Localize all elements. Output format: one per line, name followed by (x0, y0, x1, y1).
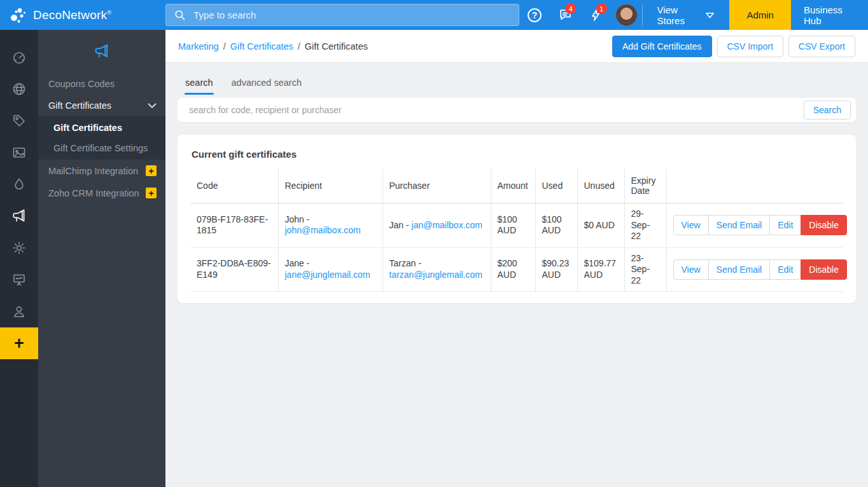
cell-purchaser: Jan - jan@mailbox.com (382, 203, 491, 248)
sidebar-item-marketing[interactable] (0, 200, 38, 232)
view-stores-label: View Stores (657, 4, 700, 26)
breadcrumb: Marketing / Gift Certificates / Gift Cer… (178, 41, 368, 51)
search-button[interactable]: Search (804, 100, 851, 120)
help-button[interactable]: ? (519, 0, 550, 30)
tabs: search advanced search (178, 72, 856, 95)
view-button[interactable]: View (673, 215, 709, 235)
plus-badge: + (146, 188, 157, 198)
cell-used: $100 AUD (535, 203, 577, 248)
view-button[interactable]: View (673, 259, 709, 280)
tab-search[interactable]: search (185, 72, 214, 95)
col-recipient: Recipient (278, 168, 382, 203)
cell-unused: $109.77 AUD (577, 247, 624, 292)
brand[interactable]: DecoNetwork® (0, 0, 165, 30)
user-avatar (616, 4, 637, 25)
top-bar: DecoNetwork® ? 4 1 (0, 0, 868, 30)
topbar-right: ? 4 1 View Stores (519, 0, 868, 30)
breadcrumb-bar: Marketing / Gift Certificates / Gift Cer… (165, 30, 868, 63)
sidebar-item-websites[interactable] (0, 73, 38, 105)
add-button[interactable]: + (0, 327, 38, 359)
edit-button[interactable]: Edit (769, 215, 801, 235)
sidebar-item-settings[interactable] (0, 232, 38, 264)
main-area: Marketing / Gift Certificates / Gift Cer… (165, 30, 868, 487)
global-search[interactable] (165, 4, 519, 26)
sidebar-item-reports[interactable] (0, 264, 38, 296)
recipient-email-link[interactable]: john@mailbox.com (285, 225, 361, 235)
cell-amount: $200 AUD (491, 247, 535, 292)
section-megaphone-icon (38, 35, 165, 73)
card-title: Current gift certificates (190, 149, 843, 160)
send-email-button[interactable]: Send Email (708, 259, 771, 280)
gift-certificates-table: Code Recipient Purchaser Amount Used Unu… (190, 168, 843, 292)
col-actions (666, 168, 843, 203)
global-search-input[interactable] (192, 9, 511, 21)
cell-expiry: 29-Sep-22 (624, 203, 666, 248)
gift-certificates-card: Current gift certificates Code Recipient… (178, 135, 856, 303)
col-unused: Unused (577, 168, 624, 203)
col-expiry-date: Expiry Date (624, 168, 666, 203)
artboard-icon (11, 272, 27, 287)
dashboard-icon (11, 50, 27, 65)
cell-amount: $100 AUD (491, 203, 535, 248)
tab-advanced-search[interactable]: advanced search (231, 72, 302, 95)
sidebar-item-mailchimp-integration[interactable]: MailChimp Integration + (38, 160, 165, 182)
filter-search-input[interactable] (188, 104, 804, 116)
droplet-icon (11, 177, 27, 192)
page-actions: Add Gift Certificates CSV Import CSV Exp… (612, 36, 855, 57)
megaphone-icon (11, 208, 27, 224)
col-used: Used (535, 168, 577, 203)
csv-import-button[interactable]: CSV Import (717, 36, 783, 57)
breadcrumb-gift-certificates[interactable]: Gift Certificates (230, 41, 293, 51)
cell-recipient: Jane - jane@junglemail.com (278, 247, 382, 292)
cell-actions: View Send Email Edit Disable (666, 203, 843, 248)
sidebar-item-coupons-codes[interactable]: Coupons Codes (38, 73, 165, 95)
csv-export-button[interactable]: CSV Export (788, 36, 855, 57)
websites-icon (11, 81, 27, 97)
alerts-button[interactable]: 1 (580, 0, 611, 30)
alerts-badge: 1 (596, 3, 607, 14)
purchaser-email-link[interactable]: jan@mailbox.com (412, 220, 482, 230)
sidebar-item-production[interactable] (0, 168, 38, 200)
user-menu-button[interactable] (612, 0, 642, 30)
edit-button[interactable]: Edit (769, 259, 801, 280)
filter-search-bar: Search (178, 98, 856, 122)
col-code: Code (190, 168, 278, 203)
sidebar-item-gift-certificate-settings[interactable]: Gift Certificate Settings (38, 138, 165, 158)
sidebar-item-sales[interactable] (0, 105, 38, 137)
sidebar-item-gift-certificates[interactable]: Gift Certificates (38, 118, 165, 138)
cell-actions: View Send Email Edit Disable (666, 247, 843, 292)
messages-button[interactable]: 4 (550, 0, 580, 30)
marketing-submenu: Coupons Codes Gift Certificates Gift Cer… (38, 30, 165, 487)
sidebar-item-designs[interactable] (0, 137, 38, 168)
chevron-down-icon (705, 11, 715, 19)
col-amount: Amount (491, 168, 535, 203)
purchaser-email-link[interactable]: tarzan@junglemail.com (389, 270, 483, 280)
table-row: 079B-F178-83FE-1815 John - john@mailbox.… (190, 203, 843, 248)
cell-recipient: John - john@mailbox.com (278, 203, 382, 248)
disable-button[interactable]: Disable (801, 259, 847, 280)
help-icon: ? (528, 8, 542, 22)
icon-rail: + (0, 30, 38, 487)
sidebar-item-account[interactable] (0, 296, 38, 327)
breadcrumb-marketing[interactable]: Marketing (178, 41, 219, 51)
breadcrumb-current: Gift Certificates (305, 41, 368, 51)
recipient-email-link[interactable]: jane@junglemail.com (285, 270, 370, 280)
tab-business-hub[interactable]: Business Hub (791, 0, 868, 30)
view-stores-dropdown[interactable]: View Stores (643, 0, 730, 30)
row-actions: View Send Email Edit Disable (673, 215, 837, 235)
plus-badge: + (146, 165, 157, 176)
deconetwork-logo-icon (8, 6, 27, 25)
sidebar-item-gift-certificates-parent[interactable]: Gift Certificates (38, 95, 165, 116)
send-email-button[interactable]: Send Email (708, 215, 771, 235)
person-icon (11, 304, 27, 319)
table-header-row: Code Recipient Purchaser Amount Used Unu… (190, 168, 843, 203)
sidebar-item-dashboard[interactable] (0, 41, 38, 73)
disable-button[interactable]: Disable (801, 215, 847, 235)
sidebar-item-zoho-crm-integration[interactable]: Zoho CRM Integration + (38, 182, 165, 204)
tag-icon (11, 113, 27, 128)
add-gift-certificates-button[interactable]: Add Gift Certificates (612, 36, 712, 57)
row-actions: View Send Email Edit Disable (673, 259, 837, 280)
gear-icon (11, 240, 27, 256)
brand-reg: ® (107, 9, 111, 15)
tab-admin[interactable]: Admin (729, 0, 791, 30)
